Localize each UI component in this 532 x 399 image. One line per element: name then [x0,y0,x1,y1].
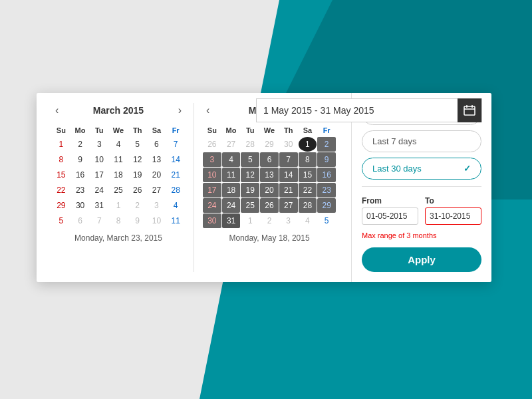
day[interactable]: 7 [166,137,185,152]
day[interactable]: 29 [317,198,336,213]
apply-button[interactable]: Apply [362,247,481,272]
day[interactable]: 7 [90,213,108,228]
day[interactable]: 14 [166,152,185,167]
day[interactable]: 14 [279,168,298,182]
day[interactable]: 7 [279,152,298,167]
day[interactable]: 2 [260,213,279,228]
day[interactable]: 31 [90,198,108,213]
day[interactable]: 26 [260,198,279,213]
day[interactable]: 29 [260,137,279,152]
day[interactable]: 15 [52,168,70,182]
day[interactable]: 5 [52,213,70,228]
day[interactable]: 4 [222,152,241,167]
day[interactable]: 4 [109,137,128,152]
day[interactable]: 30 [71,198,90,213]
day-selected-end[interactable]: 31 [222,213,241,228]
date-range-input[interactable] [257,105,458,116]
day[interactable]: 28 [166,183,185,198]
to-input[interactable] [425,207,481,225]
day[interactable]: 16 [317,168,336,182]
day[interactable]: 13 [148,152,166,167]
day[interactable]: 2 [71,137,90,152]
day-selected-start[interactable]: 1 [299,137,317,152]
day[interactable]: 1 [52,137,70,152]
day[interactable]: 24 [222,198,241,213]
day[interactable]: 1 [241,213,259,228]
day[interactable]: 13 [260,168,279,182]
day[interactable]: 10 [90,152,108,167]
day[interactable]: 4 [166,198,185,213]
last7-option[interactable]: Last 7 days [362,130,481,152]
day[interactable]: 12 [241,168,259,182]
dow-su: Su [203,124,221,136]
march-footer: Monday, March 23, 2015 [52,233,185,243]
from-label: From [362,196,418,205]
day[interactable]: 8 [299,152,317,167]
day[interactable]: 15 [299,168,317,182]
day[interactable]: 6 [260,152,279,167]
day[interactable]: 21 [279,183,298,198]
day[interactable]: 24 [203,198,221,213]
day[interactable]: 22 [52,183,70,198]
day[interactable]: 27 [279,198,298,213]
from-input[interactable] [362,207,418,225]
day[interactable]: 18 [109,168,128,182]
day[interactable]: 24 [90,183,108,198]
day[interactable]: 20 [148,168,166,182]
day[interactable]: 17 [90,168,108,182]
march-next-nav[interactable]: › [175,103,185,118]
day[interactable]: 25 [241,198,259,213]
day[interactable]: 19 [241,183,259,198]
day[interactable]: 1 [109,198,128,213]
day[interactable]: 6 [148,137,166,152]
day[interactable]: 5 [241,152,259,167]
day[interactable]: 5 [128,137,147,152]
day[interactable]: 9 [317,152,336,167]
day[interactable]: 25 [109,183,128,198]
day[interactable]: 19 [128,168,147,182]
day[interactable]: 4 [299,213,317,228]
day[interactable]: 11 [109,152,128,167]
day[interactable]: 8 [52,152,70,167]
day[interactable]: 9 [128,213,147,228]
day[interactable]: 29 [52,198,70,213]
may-grid: Su Mo Tu We Th Sa Fr 26 27 28 29 30 1 2 … [203,124,336,228]
day[interactable]: 27 [222,137,241,152]
day[interactable]: 26 [128,183,147,198]
calendar-icon-button[interactable] [458,98,481,122]
day[interactable]: 30 [203,213,221,228]
day[interactable]: 11 [166,213,185,228]
dow-we: We [260,124,279,136]
day[interactable]: 11 [222,168,241,182]
day[interactable]: 6 [71,213,90,228]
day[interactable]: 26 [203,137,221,152]
day[interactable]: 17 [203,183,221,198]
day[interactable]: 10 [148,213,166,228]
day[interactable]: 27 [148,183,166,198]
day[interactable]: 9 [71,152,90,167]
day[interactable]: 30 [279,137,298,152]
day[interactable]: 23 [317,183,336,198]
day[interactable]: 21 [166,168,185,182]
day[interactable]: 23 [71,183,90,198]
last30-option[interactable]: Last 30 days ✓ [362,158,481,180]
day[interactable]: 28 [241,137,259,152]
march-prev-nav[interactable]: ‹ [52,103,62,118]
day[interactable]: 2 [317,137,336,152]
day[interactable]: 16 [71,168,90,182]
day[interactable]: 3 [148,198,166,213]
day[interactable]: 22 [299,183,317,198]
calendar-may: ‹ May 2015 › Su Mo Tu We Th Sa Fr 26 27 … [203,103,336,272]
may-prev-nav[interactable]: ‹ [203,103,213,118]
day[interactable]: 3 [279,213,298,228]
day[interactable]: 8 [109,213,128,228]
day[interactable]: 28 [299,198,317,213]
day[interactable]: 18 [222,183,241,198]
day[interactable]: 20 [260,183,279,198]
day[interactable]: 5 [317,213,336,228]
day[interactable]: 2 [128,198,147,213]
day[interactable]: 10 [203,168,221,182]
day[interactable]: 3 [203,152,221,167]
day[interactable]: 12 [128,152,147,167]
day[interactable]: 3 [90,137,108,152]
